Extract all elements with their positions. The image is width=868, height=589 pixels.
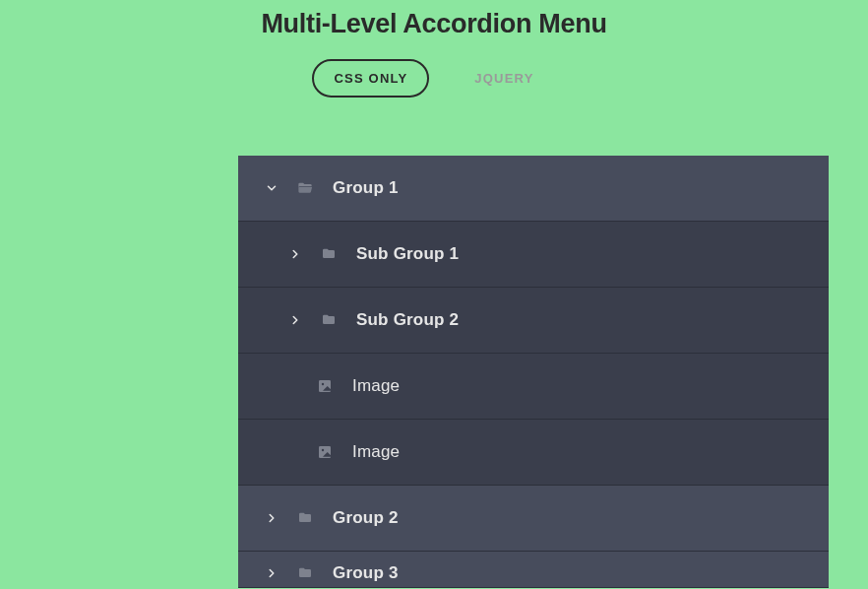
tab-jquery[interactable]: JQUERY xyxy=(453,59,555,98)
sub-group-1-row[interactable]: Sub Group 1 xyxy=(238,222,829,288)
chevron-right-icon xyxy=(285,310,305,330)
sub-group-2-row[interactable]: Sub Group 2 xyxy=(238,288,829,354)
group-1-row[interactable]: Group 1 xyxy=(238,156,829,222)
sub-group-1-label: Sub Group 1 xyxy=(356,244,459,264)
tab-css-only[interactable]: CSS ONLY xyxy=(312,59,429,98)
chevron-right-icon xyxy=(262,563,281,583)
image-icon xyxy=(315,376,335,396)
svg-point-3 xyxy=(322,449,324,451)
group-2-label: Group 2 xyxy=(333,508,399,528)
folder-icon xyxy=(295,563,315,583)
image-icon xyxy=(315,442,335,462)
image-item-1[interactable]: Image xyxy=(238,354,829,420)
sub-group-2-label: Sub Group 2 xyxy=(356,310,459,330)
svg-point-1 xyxy=(322,383,324,385)
folder-icon xyxy=(319,310,339,330)
image-item-2-label: Image xyxy=(352,442,400,462)
group-2-row[interactable]: Group 2 xyxy=(238,486,829,552)
folder-open-icon xyxy=(295,178,315,198)
folder-icon xyxy=(295,508,315,528)
chevron-right-icon xyxy=(285,244,305,264)
group-3-label: Group 3 xyxy=(333,563,399,583)
image-item-1-label: Image xyxy=(352,376,400,396)
group-1-label: Group 1 xyxy=(333,178,399,198)
folder-icon xyxy=(319,244,339,264)
group-3-row[interactable]: Group 3 xyxy=(238,552,829,588)
accordion-menu: Group 1 Sub Group 1 Sub Group 2 Image Im… xyxy=(238,156,829,588)
tab-bar: CSS ONLY JQUERY xyxy=(0,59,868,98)
page-title: Multi-Level Accordion Menu xyxy=(0,0,868,39)
image-item-2[interactable]: Image xyxy=(238,420,829,486)
chevron-right-icon xyxy=(262,508,281,528)
chevron-down-icon xyxy=(262,178,281,198)
